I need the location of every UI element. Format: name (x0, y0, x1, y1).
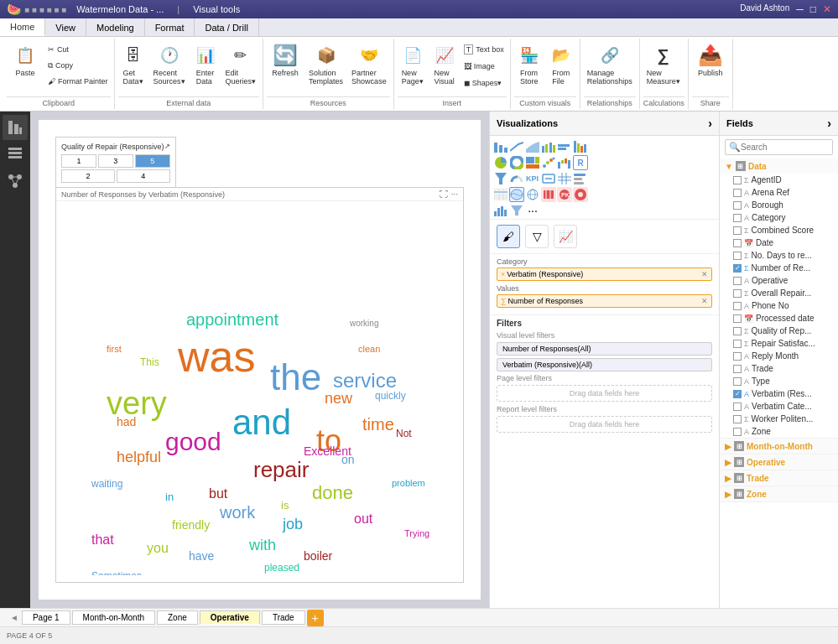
values-field[interactable]: ∑ Number of Responses ✕ (497, 294, 712, 308)
viz-icon-column[interactable] (557, 139, 572, 154)
tab-modeling[interactable]: Modeling (86, 18, 145, 36)
word-in[interactable]: in (165, 491, 174, 503)
filter-chip-verbatim[interactable]: Verbatim (Responsive)(All) (497, 358, 712, 371)
field-group-monthonmonth-header[interactable]: ▶ ⊞ Month-on-Month (720, 439, 838, 454)
search-input[interactable] (741, 143, 829, 152)
word-had[interactable]: had (117, 415, 136, 428)
page-tab-operative[interactable]: Operative (200, 610, 260, 625)
tab-home[interactable]: Home (0, 18, 45, 36)
word-repair[interactable]: repair (253, 457, 309, 483)
new-visual-button[interactable]: 📈 NewVisual (429, 42, 460, 87)
refresh-button[interactable]: 🔄 Refresh (267, 42, 304, 79)
solution-templates-button[interactable]: 📦 SolutionTemplates (305, 42, 346, 87)
viz-icon-more[interactable]: ··· (525, 203, 540, 218)
quality-widget[interactable]: Quality of Repair (Responsive) ↗ 1 3 5 2… (55, 137, 176, 189)
field-CombinedScore[interactable]: Σ Combined Score (720, 224, 838, 236)
new-measure-button[interactable]: ∑ NewMeasure▾ (643, 42, 684, 87)
field-VerbatimCate[interactable]: A Verbatim Cate... (720, 400, 838, 413)
text-box-button[interactable]: T Text box (461, 42, 507, 57)
tab-view[interactable]: View (45, 18, 86, 36)
viz-icon-table[interactable] (493, 187, 508, 202)
field-ArenaRef[interactable]: A Arena Ref (720, 186, 838, 199)
drag-area-page[interactable]: Drag data fields here (497, 385, 712, 402)
field-ReplyMonth[interactable]: A Reply Month (720, 350, 838, 362)
viz-icon-clustered-bar[interactable] (541, 139, 556, 154)
field-PhoneNo[interactable]: A Phone No (720, 299, 838, 312)
viz-icon-donut2[interactable] (573, 187, 588, 202)
word-first[interactable]: first (107, 344, 122, 354)
field-Category[interactable]: A Category (720, 211, 838, 224)
word-and[interactable]: and (232, 402, 291, 443)
get-data-button[interactable]: 🗄 GetData▾ (118, 42, 148, 87)
field-ProcessedDate[interactable]: 📅 Processed date (720, 312, 838, 325)
copy-button[interactable]: ⧉ Copy (45, 58, 111, 73)
word-you[interactable]: you (147, 541, 169, 556)
viz-icon-kpi[interactable]: KPI (525, 171, 540, 186)
recent-sources-button[interactable]: 🕐 RecentSources▾ (150, 42, 189, 87)
word-completed[interactable]: completed (283, 574, 321, 575)
sidebar-icon-report[interactable] (3, 115, 28, 140)
minimize-button[interactable]: ─ (796, 3, 804, 15)
viz-icon-funnel[interactable] (493, 171, 508, 186)
publish-button[interactable]: 📤 Publish (692, 42, 729, 79)
page-add-button[interactable]: + (307, 610, 324, 626)
page-tab-monthonmonth[interactable]: Month-on-Month (72, 610, 155, 625)
viz-panel-expand[interactable]: › (708, 117, 712, 130)
viz-action-analytics[interactable]: 📈 (554, 225, 577, 248)
word-with[interactable]: with (249, 537, 276, 554)
viz-icon-gauge[interactable] (509, 171, 524, 186)
paste-button[interactable]: 📋 Paste (7, 42, 44, 89)
field-group-data-header[interactable]: ▼ ⊞ Data (720, 158, 838, 174)
shapes-button[interactable]: ◼ Shapes▾ (461, 75, 507, 91)
category-field[interactable]: × Verbatim (Responsive) ✕ (497, 267, 712, 281)
word-is[interactable]: is (281, 499, 289, 512)
word-was[interactable]: was (178, 331, 255, 382)
filter-chip-responses[interactable]: Number of Responses(All) (497, 342, 712, 356)
field-Zone[interactable]: A Zone (720, 425, 838, 438)
close-button[interactable]: ✕ (823, 3, 831, 15)
drag-area-report[interactable]: Drag data fields here (497, 416, 712, 433)
viz-icon-donut[interactable] (509, 155, 524, 170)
cut-button[interactable]: ✂ Cut (45, 42, 111, 57)
from-file-button[interactable]: 📂 FromFile (546, 42, 576, 87)
viz-icon-histogram[interactable] (493, 203, 508, 218)
viz-icon-globe[interactable] (525, 187, 540, 202)
field-VerbatimRes[interactable]: ✓ A Verbatim (Res... (720, 387, 838, 400)
viz-icon-area[interactable] (525, 139, 540, 154)
sidebar-icon-data[interactable] (3, 142, 28, 167)
partner-showcase-button[interactable]: 🤝 PartnerShowcase (348, 42, 390, 87)
field-WorkerPoliten[interactable]: Σ Worker Politen... (720, 413, 838, 425)
quality-cell-2[interactable]: 2 (61, 169, 115, 183)
word-service[interactable]: service (333, 369, 397, 392)
field-QualityOfRep[interactable]: Σ Quality of Rep... (720, 325, 838, 337)
quality-expand-icon[interactable]: ↗ (164, 143, 170, 151)
viz-action-paint[interactable]: 🖌 (497, 225, 520, 248)
field-NumberOfRe[interactable]: ✓ Σ Number of Re... (720, 262, 838, 274)
viz-icon-map[interactable] (509, 187, 524, 202)
tab-data-drill[interactable]: Data / Drill (195, 18, 258, 36)
viz-icon-line[interactable] (509, 139, 524, 154)
category-remove[interactable]: ✕ (701, 270, 708, 278)
word-work[interactable]: work (220, 503, 255, 522)
word-new[interactable]: new (325, 390, 352, 408)
field-AgentID[interactable]: Σ AgentID (720, 174, 838, 186)
word-time[interactable]: time (362, 415, 394, 434)
word-very[interactable]: very (107, 386, 167, 422)
word-appointment[interactable]: appointment (186, 310, 278, 330)
page-tab-zone[interactable]: Zone (157, 610, 198, 625)
viz-icon-scatter[interactable] (541, 155, 556, 170)
field-Type[interactable]: A Type (720, 375, 838, 387)
tab-format[interactable]: Format (145, 18, 195, 36)
word-working[interactable]: working (350, 319, 378, 328)
chart-container[interactable]: Number of Responses by Verbatim (Respons… (55, 187, 464, 583)
word-excellent[interactable]: Excellent (304, 444, 351, 458)
word-helpful[interactable]: helpful (117, 449, 161, 466)
window-controls[interactable]: David Ashton ─ □ ✕ (740, 3, 831, 15)
canvas[interactable]: Quality of Repair (Responsive) ↗ 1 3 5 2… (39, 120, 481, 600)
sidebar-icon-model[interactable] (3, 169, 28, 194)
image-button[interactable]: 🖼 Image (461, 59, 507, 74)
word-quickly[interactable]: quickly (375, 390, 406, 402)
word-boiler[interactable]: boiler (304, 549, 332, 563)
word-job[interactable]: job (283, 516, 303, 533)
field-OverallRepair[interactable]: Σ Overall Repair... (720, 287, 838, 299)
